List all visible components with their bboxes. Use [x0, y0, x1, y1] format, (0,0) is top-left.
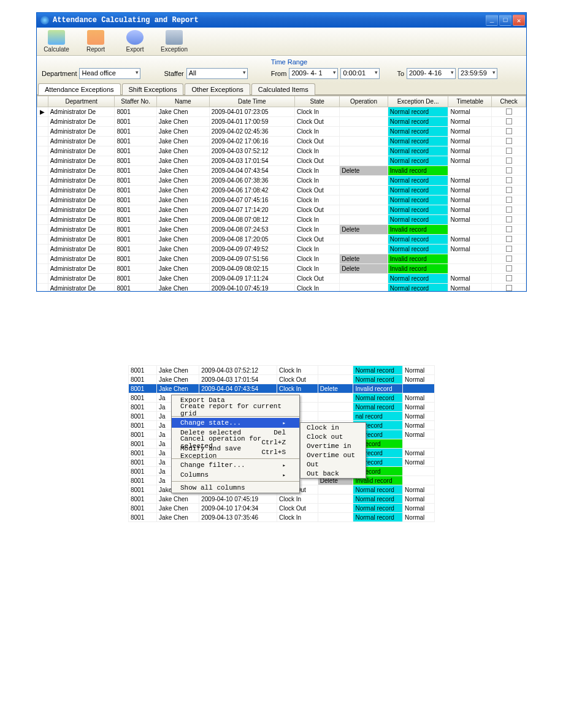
table-row[interactable]: Administrator De8001Jake Chen2009-04-08 …: [37, 235, 526, 245]
table-row[interactable]: Administrator De8001Jake Chen2009-04-09 …: [37, 254, 526, 264]
menu-item-show-all-columns[interactable]: Show all columns: [172, 483, 299, 493]
table-row[interactable]: 8001Jake Chen2009-04-04 07:43:54Clock In…: [129, 384, 435, 393]
submenu-item-out[interactable]: Out: [301, 460, 366, 469]
table-row[interactable]: ▶Administrator De8001Jake Chen2009-04-01…: [37, 107, 526, 117]
table-row[interactable]: Administrator De8001Jake Chen2009-04-09 …: [37, 245, 526, 254]
col-check[interactable]: Check: [492, 96, 526, 107]
export-button[interactable]: Export: [119, 30, 151, 53]
export-icon: [126, 30, 144, 45]
titlebar[interactable]: Attendance Calculating and Report _ □ ✕: [37, 13, 526, 28]
menu-item-columns[interactable]: Columns: [172, 470, 299, 480]
timerange-label: Time Range: [271, 58, 497, 66]
table-row[interactable]: 8001Jake Chen2009-04-10 07:45:19Clock In…: [129, 495, 435, 504]
table-row[interactable]: Administrator De8001Jake Chen2009-04-04 …: [37, 166, 526, 176]
table-row[interactable]: Administrator De8001Jake Chen2009-04-03 …: [37, 156, 526, 166]
col-timetable[interactable]: Timetable: [448, 96, 492, 107]
tab-attendance-exceptions[interactable]: Attendance Exceptions: [38, 83, 121, 95]
app-icon: [40, 16, 49, 25]
submenu-item-out-back[interactable]: Out back: [301, 469, 366, 478]
check-box[interactable]: [506, 197, 512, 203]
to-label: To: [397, 70, 404, 77]
submenu-item-clock-in[interactable]: Clock in: [301, 423, 366, 432]
check-box[interactable]: [506, 275, 512, 281]
calculate-button[interactable]: Calculate: [40, 30, 72, 53]
table-row[interactable]: Administrator De8001Jake Chen2009-04-07 …: [37, 205, 526, 215]
col-department[interactable]: Department: [48, 96, 115, 107]
report-icon: [87, 30, 104, 45]
submenu-item-overtime-in[interactable]: Overtime in: [301, 441, 366, 450]
col-name[interactable]: Name: [156, 96, 209, 107]
check-box[interactable]: [506, 246, 512, 252]
table-row[interactable]: 8001Jake Chen2009-04-03 07:52:12Clock In…: [129, 366, 435, 375]
check-box[interactable]: [506, 177, 512, 183]
check-box[interactable]: [506, 256, 512, 262]
staffer-combo[interactable]: All: [186, 68, 248, 79]
submenu-item-overtime-out[interactable]: Overtime out: [301, 450, 366, 460]
menu-item-create-report-for-current-grid[interactable]: Create report for current grid: [172, 405, 299, 415]
check-box[interactable]: [506, 128, 512, 134]
minimize-button[interactable]: _: [486, 15, 498, 26]
context-menu[interactable]: Export DataCreate report for current gri…: [171, 395, 300, 493]
check-box[interactable]: [506, 285, 512, 291]
close-button[interactable]: ✕: [513, 15, 525, 26]
table-row[interactable]: Administrator De8001Jake Chen2009-04-02 …: [37, 127, 526, 137]
table-row[interactable]: 8001Jake Chen2009-04-13 07:35:46Clock In…: [129, 513, 435, 522]
check-box[interactable]: [506, 187, 512, 193]
table-row[interactable]: 8001Jake Chen2009-04-10 17:04:34Clock Ou…: [129, 504, 435, 513]
table-row[interactable]: Administrator De8001Jake Chen2009-04-09 …: [37, 274, 526, 284]
table-row[interactable]: Administrator De8001Jake Chen2009-04-07 …: [37, 195, 526, 205]
window-title: Attendance Calculating and Report: [53, 16, 199, 25]
grid-header-row: DepartmentStaffer No.NameDate TimeStateO…: [37, 96, 526, 107]
toolbar: Calculate Report Export Exception: [37, 28, 526, 56]
table-row[interactable]: Administrator De8001Jake Chen2009-04-09 …: [37, 264, 526, 274]
table-row[interactable]: Administrator De8001Jake Chen2009-04-01 …: [37, 117, 526, 127]
check-box[interactable]: [506, 138, 512, 144]
table-row[interactable]: Administrator De8001Jake Chen2009-04-03 …: [37, 146, 526, 156]
menu-item-change-filter-[interactable]: Change filter...: [172, 460, 299, 470]
table-row[interactable]: Administrator De8001Jake Chen2009-04-02 …: [37, 137, 526, 146]
report-button[interactable]: Report: [80, 30, 112, 53]
table-row[interactable]: Administrator De8001Jake Chen2009-04-06 …: [37, 186, 526, 195]
to-date-input[interactable]: 2009- 4-16: [407, 68, 456, 79]
check-box[interactable]: [506, 216, 512, 222]
tab-shift-exceptions[interactable]: Shift Exceptions: [122, 83, 184, 95]
check-box[interactable]: [506, 207, 512, 213]
department-combo[interactable]: Head office: [79, 68, 140, 79]
table-row[interactable]: Administrator De8001Jake Chen2009-04-06 …: [37, 176, 526, 186]
to-time-input[interactable]: 23:59:59: [458, 68, 497, 79]
filter-bar: Department Head office Staffer All Time …: [37, 56, 526, 83]
check-box[interactable]: [506, 265, 512, 271]
col-exceptionde[interactable]: Exception De...: [388, 96, 448, 107]
menu-item-modify-and-save-exception[interactable]: Modify and save ExceptionCtrl+S: [172, 447, 299, 457]
change-state-submenu[interactable]: Clock inClock outOvertime inOvertime out…: [300, 422, 366, 479]
attendance-window: Attendance Calculating and Report _ □ ✕ …: [36, 12, 527, 292]
check-box[interactable]: [506, 108, 512, 115]
table-row[interactable]: Administrator De8001Jake Chen2009-04-10 …: [37, 284, 526, 292]
col-operation[interactable]: Operation: [340, 96, 388, 107]
tab-other-exceptions[interactable]: Other Exceptions: [185, 83, 250, 95]
col-stafferno[interactable]: Staffer No.: [115, 96, 156, 107]
menu-item-change-state-[interactable]: Change state...: [172, 418, 299, 428]
maximize-button[interactable]: □: [499, 15, 511, 26]
check-box[interactable]: [506, 226, 512, 232]
check-box[interactable]: [506, 167, 512, 173]
col-datetime[interactable]: Date Time: [209, 96, 294, 107]
exception-button[interactable]: Exception: [158, 30, 190, 53]
department-label: Department: [42, 70, 77, 77]
check-box[interactable]: [506, 118, 512, 124]
check-box[interactable]: [506, 236, 512, 242]
tab-calculated-items[interactable]: Calculated Items: [251, 83, 315, 95]
table-row[interactable]: 8001Jake Chen2009-04-03 17:01:54Clock Ou…: [129, 375, 435, 384]
table-row[interactable]: Administrator De8001Jake Chen2009-04-08 …: [37, 215, 526, 225]
col-ptr[interactable]: [37, 96, 48, 107]
check-box[interactable]: [506, 157, 512, 164]
col-state[interactable]: State: [294, 96, 339, 107]
from-label: From: [271, 70, 287, 77]
check-box[interactable]: [506, 148, 512, 154]
attendance-grid[interactable]: DepartmentStaffer No.NameDate TimeStateO…: [37, 95, 526, 291]
from-date-input[interactable]: 2009- 4- 1: [289, 68, 338, 79]
grid-context-fragment: 8001Jake Chen2009-04-03 07:52:12Clock In…: [128, 365, 435, 522]
table-row[interactable]: Administrator De8001Jake Chen2009-04-08 …: [37, 225, 526, 235]
from-time-input[interactable]: 0:00:01: [340, 68, 380, 79]
submenu-item-clock-out[interactable]: Clock out: [301, 432, 366, 441]
